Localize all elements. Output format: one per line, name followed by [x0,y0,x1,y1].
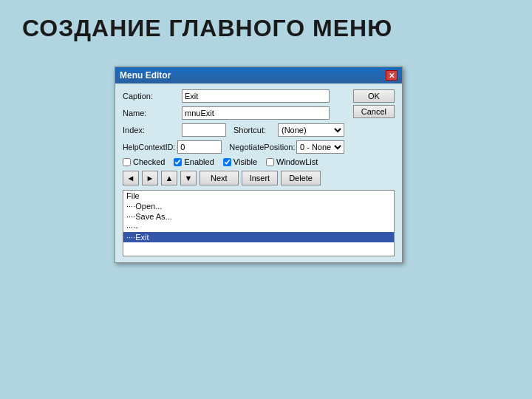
checked-checkbox-label[interactable]: Checked [123,157,165,166]
checked-label: Checked [133,157,165,166]
menu-item-saveas[interactable]: ····Save As... [123,211,394,222]
dialog-title: Menu Editor [120,70,171,81]
checked-checkbox[interactable] [123,158,131,166]
name-row: Name: [123,106,344,120]
caption-row: Caption: [123,89,344,103]
index-label: Index: [123,126,182,134]
index-input[interactable] [182,123,226,137]
help-negotiate-row: HelpContextID: NegotiatePosition: 0 - No… [123,140,344,154]
shortcut-select[interactable]: (None) [278,123,344,137]
enabled-checkbox[interactable] [174,158,182,166]
dialog-close-button[interactable]: ✕ [386,70,398,81]
menu-item-open[interactable]: ····Open... [123,201,394,211]
side-buttons: OK Cancel [353,89,395,118]
page-title: СОЗДАНИЕ ГЛАВНОГО МЕНЮ [0,0,532,50]
insert-button[interactable]: Insert [242,171,279,185]
menu-item-exit[interactable]: ····Exit [123,232,394,242]
ok-button[interactable]: OK [353,89,395,103]
delete-button[interactable]: Delete [281,171,321,185]
nav-up-button[interactable]: ▲ [161,171,177,185]
shortcut-label: Shortcut: [233,126,278,134]
menu-list: File ····Open... ····Save As... ····- ··… [123,190,395,256]
dialog-titlebar: Menu Editor ✕ [115,67,402,83]
nav-right-button[interactable]: ► [142,171,158,185]
dialog-body: Caption: Name: Index: Shortcut: (None) H… [115,83,402,262]
windowlist-checkbox[interactable] [266,158,274,166]
index-shortcut-row: Index: Shortcut: (None) [123,123,344,137]
next-button[interactable]: Next [200,171,239,185]
helpcontext-input[interactable] [177,140,222,154]
menu-editor-dialog: Menu Editor ✕ Caption: Name: Index: Shor… [115,66,403,263]
name-input[interactable] [182,106,330,120]
enabled-checkbox-label[interactable]: Enabled [174,157,214,166]
negotiate-label: NegotiatePosition: [229,143,296,151]
caption-label: Caption: [123,92,182,100]
nav-buttons-row: ◄ ► ▲ ▼ Next Insert Delete [123,171,395,185]
menu-item-file[interactable]: File [123,191,394,201]
cancel-button[interactable]: Cancel [353,105,395,118]
windowlist-label: WindowList [276,157,318,166]
nav-down-button[interactable]: ▼ [180,171,197,185]
visible-label: Visible [233,157,257,166]
windowlist-checkbox-label[interactable]: WindowList [266,157,318,166]
negotiate-select[interactable]: 0 - None [296,140,344,154]
name-label: Name: [123,109,182,117]
visible-checkbox[interactable] [223,158,231,166]
checkboxes-row: Checked Enabled Visible WindowList [123,157,344,166]
nav-left-button[interactable]: ◄ [123,171,139,185]
enabled-label: Enabled [184,157,214,166]
caption-input[interactable] [182,89,330,103]
visible-checkbox-label[interactable]: Visible [223,157,257,166]
helpcontext-label: HelpContextID: [123,143,177,151]
menu-item-separator[interactable]: ····- [123,222,394,232]
